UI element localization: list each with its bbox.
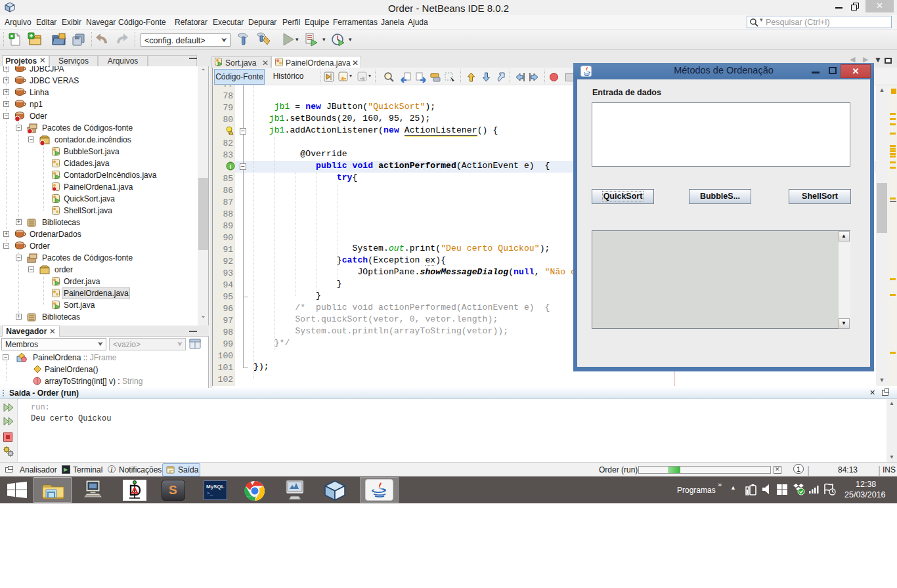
svg-text:I: I bbox=[230, 163, 232, 170]
